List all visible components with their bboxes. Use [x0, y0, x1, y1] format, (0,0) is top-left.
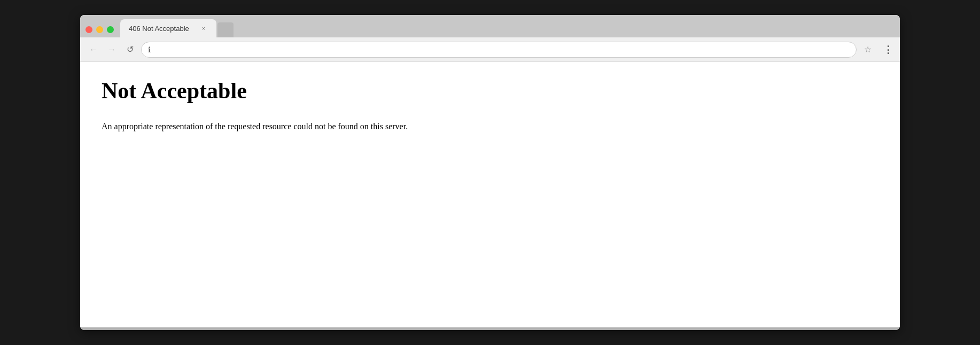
bookmark-button[interactable]: ☆ — [861, 43, 875, 56]
maximize-button[interactable] — [107, 26, 114, 33]
title-bar: 406 Not Acceptable × — [80, 15, 900, 37]
close-button[interactable] — [85, 26, 92, 33]
bottom-bar — [80, 327, 900, 330]
star-icon: ☆ — [864, 45, 872, 54]
menu-button[interactable]: ⋮ — [883, 44, 893, 56]
error-description: An appropriate representation of the req… — [102, 120, 878, 134]
reload-button[interactable]: ↺ — [123, 43, 137, 57]
tab-title: 406 Not Acceptable — [129, 25, 189, 33]
back-icon: ← — [89, 45, 98, 54]
new-tab-button[interactable] — [217, 22, 234, 37]
window-controls — [85, 26, 114, 33]
error-heading: Not Acceptable — [102, 78, 878, 104]
minimize-button[interactable] — [96, 26, 103, 33]
back-button[interactable]: ← — [87, 43, 100, 57]
tab-close-button[interactable]: × — [199, 24, 208, 33]
menu-icon: ⋮ — [883, 44, 893, 55]
page-content: Not Acceptable An appropriate representa… — [80, 62, 900, 327]
info-icon: ℹ — [148, 45, 151, 54]
forward-icon: → — [107, 45, 116, 54]
reload-icon: ↺ — [127, 44, 134, 54]
forward-button[interactable]: → — [105, 43, 119, 57]
tabs-area: 406 Not Acceptable × — [120, 19, 895, 37]
address-bar: ← → ↺ ℹ ☆ ⋮ — [80, 37, 900, 62]
url-bar[interactable]: ℹ — [141, 42, 857, 58]
browser-window: 406 Not Acceptable × ← → ↺ ℹ ☆ ⋮ Not Acc… — [80, 15, 900, 330]
active-tab[interactable]: 406 Not Acceptable × — [120, 19, 216, 37]
